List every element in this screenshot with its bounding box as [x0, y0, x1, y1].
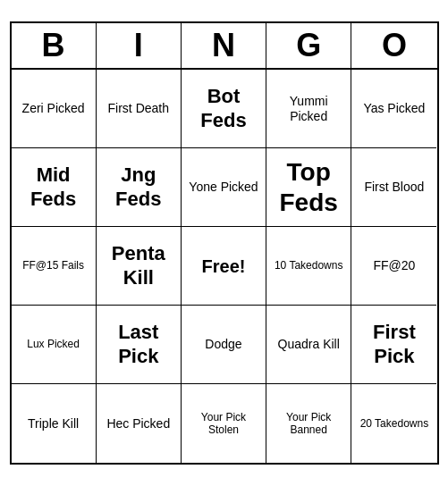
bingo-cell-16: Last Pick [97, 306, 182, 384]
bingo-cell-6: Jng Feds [97, 148, 182, 227]
bingo-cell-15: Lux Picked [12, 306, 97, 384]
bingo-cell-14: FF@20 [351, 227, 436, 306]
bingo-cell-3: Yummi Picked [266, 70, 351, 148]
bingo-header: BINGO [12, 23, 437, 70]
bingo-cell-24: 20 Takedowns [351, 384, 436, 463]
bingo-cell-22: Your Pick Stolen [182, 384, 266, 463]
bingo-cell-8: Top Feds [266, 148, 351, 227]
bingo-letter-g: G [266, 23, 351, 68]
bingo-letter-b: B [12, 23, 97, 68]
bingo-letter-i: I [97, 23, 182, 68]
bingo-cell-5: Mid Feds [12, 148, 97, 227]
bingo-cell-11: Penta Kill [97, 227, 182, 306]
bingo-cell-21: Hec Picked [97, 384, 182, 463]
bingo-cell-13: 10 Takedowns [266, 227, 351, 306]
bingo-cell-18: Quadra Kill [266, 306, 351, 384]
bingo-card: BINGO Zeri PickedFirst DeathBot FedsYumm… [10, 21, 439, 465]
bingo-cell-10: FF@15 Fails [12, 227, 97, 306]
bingo-cell-4: Yas Picked [351, 70, 436, 148]
bingo-cell-20: Triple Kill [12, 384, 97, 463]
bingo-cell-0: Zeri Picked [12, 70, 97, 148]
bingo-cell-19: First Pick [351, 306, 436, 384]
bingo-cell-2: Bot Feds [182, 70, 266, 148]
bingo-cell-23: Your Pick Banned [266, 384, 351, 463]
bingo-cell-12: Free! [182, 227, 266, 306]
bingo-grid: Zeri PickedFirst DeathBot FedsYummi Pick… [12, 70, 437, 463]
bingo-cell-7: Yone Picked [182, 148, 266, 227]
bingo-cell-1: First Death [97, 70, 182, 148]
bingo-letter-o: O [351, 23, 436, 68]
bingo-letter-n: N [182, 23, 266, 68]
bingo-cell-17: Dodge [182, 306, 266, 384]
bingo-cell-9: First Blood [351, 148, 436, 227]
